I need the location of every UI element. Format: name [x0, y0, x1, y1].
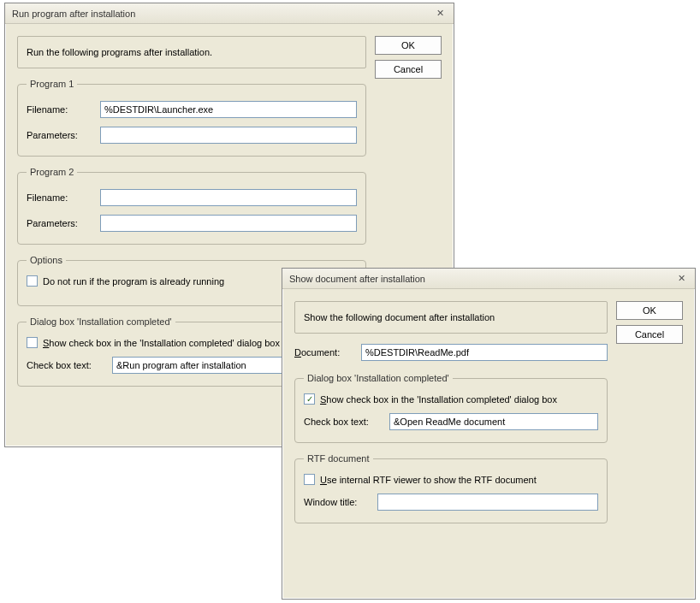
show-document-dialog: Show document after installation ✕ Show …	[282, 268, 696, 600]
dialog-title: Show document after installation	[289, 274, 425, 284]
show-checkbox-checkbox[interactable]: ✓	[304, 393, 315, 405]
program-1-legend: Program 1	[27, 79, 77, 89]
do-not-run-label: Do not run if the program is already run…	[43, 276, 224, 287]
rtf-document-legend: RTF document	[304, 453, 373, 464]
show-checkbox-label: Show check box in the 'Installation comp…	[43, 338, 280, 348]
close-icon[interactable]: ✕	[433, 8, 447, 20]
checkbox-text-input[interactable]	[112, 357, 283, 374]
titlebar[interactable]: Run program after installation ✕	[5, 3, 454, 24]
install-completed-legend: Dialog box 'Installation completed'	[27, 316, 175, 327]
parameters-label: Parameters:	[27, 130, 93, 140]
window-title-input[interactable]	[377, 494, 598, 511]
show-checkbox-label: Show check box in the 'Installation comp…	[320, 394, 557, 405]
dialog-title: Run program after installation	[12, 9, 135, 19]
filename-label: Filename:	[27, 192, 93, 203]
titlebar[interactable]: Show document after installation ✕	[282, 269, 695, 289]
program-1-parameters-input[interactable]	[100, 127, 357, 144]
ok-button[interactable]: OK	[375, 36, 442, 55]
close-icon[interactable]: ✕	[674, 273, 688, 285]
program-1-group: Program 1 Filename: Parameters:	[17, 79, 366, 157]
document-input[interactable]	[361, 344, 608, 361]
show-checkbox-checkbox[interactable]	[27, 337, 38, 348]
use-rtf-viewer-checkbox[interactable]	[304, 474, 315, 485]
program-2-legend: Program 2	[27, 167, 77, 177]
rtf-document-group: RTF document Use internal RTF viewer to …	[294, 453, 608, 523]
filename-label: Filename:	[27, 104, 93, 115]
info-box: Show the following document after instal…	[294, 301, 608, 334]
options-legend: Options	[27, 255, 66, 265]
cancel-button[interactable]: Cancel	[375, 60, 442, 79]
checkbox-text-input[interactable]	[389, 413, 598, 430]
cancel-button[interactable]: Cancel	[616, 325, 683, 344]
do-not-run-checkbox[interactable]	[27, 275, 38, 287]
use-rtf-viewer-label: Use internal RTF viewer to show the RTF …	[320, 475, 537, 485]
program-2-filename-input[interactable]	[100, 189, 357, 206]
document-label: Document:	[294, 347, 354, 358]
checkbox-text-label: Check box text:	[304, 417, 383, 427]
install-completed-legend: Dialog box 'Installation completed'	[304, 373, 453, 383]
program-2-parameters-input[interactable]	[100, 215, 357, 232]
install-completed-group: Dialog box 'Installation completed' ✓ Sh…	[294, 373, 608, 443]
window-title-label: Window title:	[304, 497, 371, 507]
program-1-filename-input[interactable]	[100, 101, 357, 118]
info-box: Run the following programs after install…	[17, 36, 366, 68]
program-2-group: Program 2 Filename: Parameters:	[17, 167, 366, 245]
parameters-label: Parameters:	[27, 218, 93, 228]
ok-button[interactable]: OK	[616, 301, 683, 320]
checkbox-text-label: Check box text:	[27, 360, 105, 370]
